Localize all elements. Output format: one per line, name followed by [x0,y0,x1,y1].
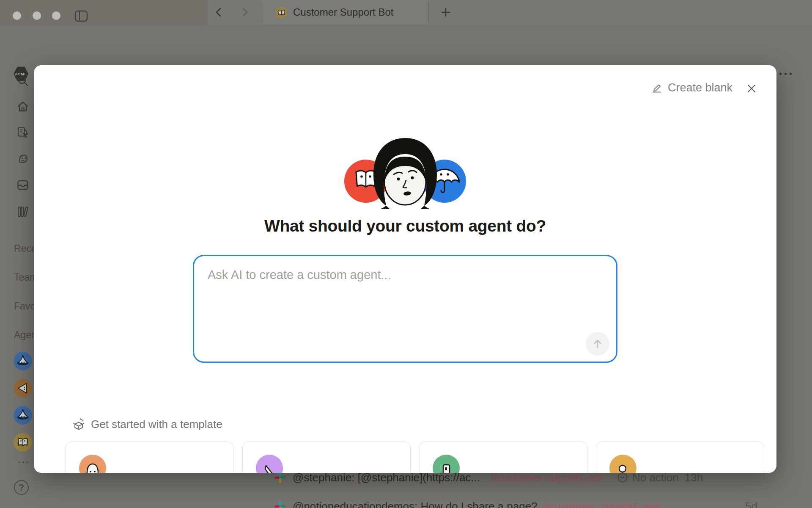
arrow-up-icon [592,338,604,350]
template-card[interactable] [419,442,587,473]
template-avatar-green [433,455,460,473]
agent-prompt-box [193,255,617,363]
pencil-icon [652,83,663,94]
screen: Customer Support Bot ACME Acme Labs [0,0,812,508]
create-blank-label: Create blank [668,81,732,94]
template-avatar-yellow [609,455,636,473]
template-avatar-orange [79,455,106,473]
template-section-label: Get started with a template [91,418,222,431]
create-blank-button[interactable]: Create blank [652,81,732,94]
template-box-icon [72,418,85,431]
submit-button[interactable] [586,332,609,356]
template-card[interactable] [596,442,764,473]
close-icon[interactable] [745,82,758,95]
template-card[interactable] [242,442,411,473]
template-card[interactable] [66,442,234,473]
agent-hero-illustration [340,137,471,209]
template-section: Get started with a template [72,418,222,431]
agent-prompt-input[interactable] [194,256,616,362]
create-agent-modal: Create blank [34,65,776,473]
template-avatar-purple [256,455,283,473]
modal-heading: What should your custom agent do? [34,217,776,235]
